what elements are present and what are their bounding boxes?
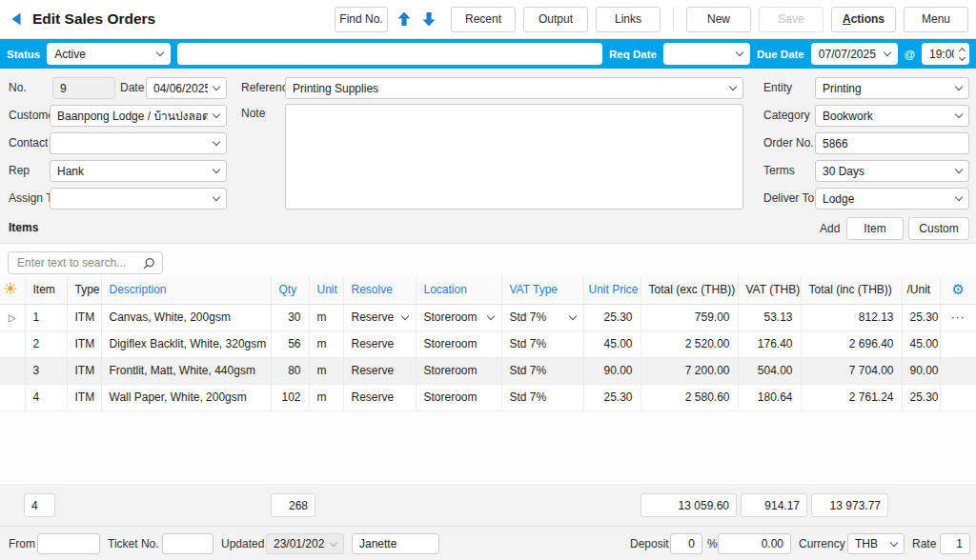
header-vat[interactable]: VAT (THB) [738,276,801,304]
cell-description[interactable]: Digiflex Backlit, White, 320gsm [101,330,271,357]
cell-location[interactable]: Storeroom [416,357,501,384]
cell-type[interactable]: ITM [67,357,101,384]
links-button[interactable]: Links [596,7,661,32]
due-date-select[interactable]: 07/07/2025 [811,43,898,65]
cell-total-inc[interactable]: 2 696.40 [801,330,902,357]
deposit-percent-field[interactable] [670,533,702,554]
deposit-amount-field[interactable] [718,533,791,554]
cell-total-inc[interactable]: 812.13 [801,304,902,330]
menu-button[interactable]: Menu [904,7,968,32]
date-select[interactable]: 04/06/2025 [146,77,227,99]
order-number-field[interactable] [52,77,115,99]
header-item[interactable]: Item [25,276,67,304]
cell-unit[interactable]: m [309,330,343,357]
save-button[interactable]: Save [759,7,824,32]
table-row[interactable]: 4 ITM Wall Paper, White, 200gsm 102 m Re… [0,384,976,410]
cell-total-exc[interactable]: 2 580.60 [640,384,738,410]
row-menu-button[interactable]: ··· [940,304,976,330]
note-textarea[interactable] [285,104,743,210]
cell-vat-type[interactable]: Std 7% [501,304,583,330]
cell-description[interactable]: Wall Paper, White, 200gsm [101,384,271,410]
cell-total-exc[interactable]: 759.00 [640,304,738,330]
reference-select[interactable]: Printing Supplies [285,77,743,99]
recent-button[interactable]: Recent [451,7,516,32]
table-row[interactable]: ▷ 1 ITM Canvas, White, 200gsm 30 m Reser… [0,304,976,330]
cell-per-unit[interactable]: 90.00 [902,357,940,384]
cell-type[interactable]: ITM [67,384,101,410]
cell-vat[interactable]: 176.40 [738,330,801,357]
cell-location[interactable]: Storeroom [416,304,501,330]
header-type[interactable]: Type [67,276,101,304]
cell-vat[interactable]: 53.13 [738,304,801,330]
cell-unit-price[interactable]: 45.00 [583,330,640,357]
cell-vat[interactable]: 180.64 [738,384,801,410]
deliver-to-select[interactable]: Lodge [815,188,969,210]
cell-vat[interactable]: 504.00 [738,357,801,384]
new-button[interactable]: New [686,7,751,32]
cell-qty[interactable]: 30 [271,304,309,330]
previous-record-button[interactable] [396,10,413,28]
cell-vat-type[interactable]: Std 7% [501,330,583,357]
cell-type[interactable]: ITM [67,330,101,357]
due-time-spinner[interactable]: 19:00 [922,43,969,65]
status-select[interactable]: Active [47,43,171,65]
next-record-button[interactable] [420,10,437,28]
cell-vat-type[interactable]: Std 7% [501,384,583,410]
add-item-button[interactable]: Item [846,217,904,240]
header-status-column[interactable] [0,276,25,304]
cell-per-unit[interactable]: 25.30 [902,304,940,330]
actions-button[interactable]: Actions [831,7,896,32]
contact-select[interactable] [50,132,227,154]
ticket-no-field[interactable] [162,533,214,554]
cell-resolve[interactable]: Reserve [343,304,416,330]
cell-description[interactable]: Canvas, White, 200gsm [101,304,271,330]
cell-unit[interactable]: m [309,304,343,330]
header-unit[interactable]: Unit [309,276,343,304]
cell-resolve[interactable]: Reserve [343,330,416,357]
table-row[interactable]: 3 ITM Frontlit, Matt, White, 440gsm 80 m… [0,357,976,384]
req-date-select[interactable] [663,43,750,65]
cell-resolve[interactable]: Reserve [343,357,416,384]
cell-total-exc[interactable]: 2 520.00 [640,330,738,357]
cell-total-inc[interactable]: 7 704.00 [801,357,902,384]
cell-unit[interactable]: m [309,357,343,384]
header-vat-type[interactable]: VAT Type [501,276,583,304]
cell-location[interactable]: Storeroom [416,330,501,357]
cell-unit[interactable]: m [309,384,343,410]
header-qty[interactable]: Qty [271,276,309,304]
cell-unit-price[interactable]: 25.30 [583,304,640,330]
cell-item[interactable]: 3 [25,357,67,384]
cell-qty[interactable]: 80 [271,357,309,384]
header-resolve[interactable]: Resolve [343,276,416,304]
rep-select[interactable]: Hank [50,160,227,182]
cell-per-unit[interactable]: 45.00 [902,330,940,357]
category-select[interactable]: Bookwork [815,105,969,127]
cell-item[interactable]: 4 [25,384,67,410]
cell-vat-type[interactable]: Std 7% [501,357,583,384]
quick-search-input[interactable] [177,43,602,65]
table-row[interactable]: 2 ITM Digiflex Backlit, White, 320gsm 56… [0,330,976,357]
from-field[interactable] [37,533,100,554]
header-total-exc[interactable]: Total (exc (THB)) [640,276,738,304]
cell-per-unit[interactable]: 25.30 [902,384,940,410]
grid-search-input[interactable] [15,255,143,270]
grid-search-box[interactable] [8,251,163,274]
cell-total-inc[interactable]: 2 761.24 [801,384,902,410]
cell-unit-price[interactable]: 90.00 [583,357,640,384]
header-unit-price[interactable]: Unit Price [583,276,640,304]
cell-item[interactable]: 1 [25,304,67,330]
assign-to-select[interactable] [50,188,227,210]
terms-select[interactable]: 30 Days [815,160,969,182]
column-chooser-button[interactable]: ⚙ [940,276,976,304]
header-total-inc[interactable]: Total (inc (THB)) [801,276,902,304]
header-location[interactable]: Location [416,276,501,304]
find-no-button[interactable]: Find No. [335,7,388,32]
order-no-field[interactable] [815,132,969,154]
time-spinner-icons[interactable] [960,49,965,60]
cell-description[interactable]: Frontlit, Matt, White, 440gsm [101,357,271,384]
customer-select[interactable]: Baanpong Lodge / บ้านปงลอดจ์ (Act [50,105,227,127]
cell-qty[interactable]: 102 [271,384,309,410]
output-button[interactable]: Output [523,7,588,32]
rate-field[interactable] [940,533,970,554]
cell-location[interactable]: Storeroom [416,384,501,410]
